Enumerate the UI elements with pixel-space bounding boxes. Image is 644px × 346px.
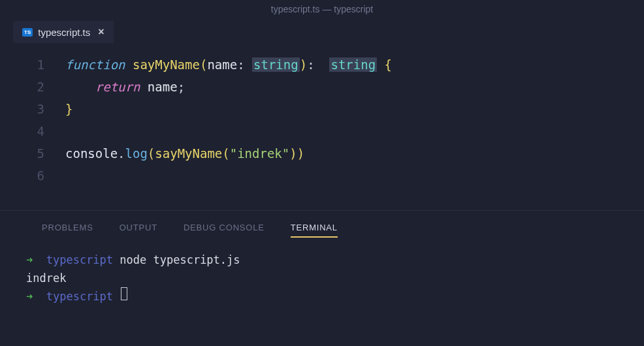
- line-number: 3: [0, 98, 65, 120]
- code-content: }: [65, 98, 72, 120]
- code-line-2: 2 return name;: [0, 76, 644, 98]
- code-content: return name;: [65, 76, 185, 98]
- terminal-line: ➜ typescript: [26, 287, 618, 306]
- panel-tabs: PROBLEMS OUTPUT DEBUG CONSOLE TERMINAL: [13, 211, 631, 244]
- line-number: 6: [0, 165, 65, 187]
- terminal[interactable]: ➜ typescript node typescript.js indrek ➜…: [13, 244, 631, 312]
- cursor-icon: [121, 287, 127, 300]
- line-number: 1: [0, 54, 65, 76]
- code-editor[interactable]: 1 function sayMyName(name: string): stri…: [0, 43, 644, 197]
- terminal-command: node typescript.js: [113, 251, 240, 269]
- tab-debug-console[interactable]: DEBUG CONSOLE: [184, 223, 265, 238]
- close-icon[interactable]: ×: [98, 26, 104, 38]
- prompt-arrow-icon: ➜: [26, 287, 46, 306]
- tab-problems[interactable]: PROBLEMS: [42, 223, 93, 238]
- prompt-dir: typescript: [46, 287, 113, 306]
- terminal-line: indrek: [26, 269, 618, 287]
- window-title: typescript.ts — typescript: [271, 4, 373, 14]
- line-number: 2: [0, 76, 65, 98]
- tab-output[interactable]: OUTPUT: [120, 223, 157, 238]
- terminal-line: ➜ typescript node typescript.js: [26, 251, 618, 269]
- terminal-output: indrek: [26, 269, 66, 287]
- line-number: 4: [0, 120, 65, 142]
- code-line-4: 4: [0, 120, 644, 142]
- title-bar: typescript.ts — typescript: [0, 0, 644, 18]
- code-content: console.log(sayMyName("indrek")): [65, 142, 304, 165]
- tab-bar: TS typescript.ts ×: [0, 18, 644, 43]
- tab-label: typescript.ts: [38, 27, 90, 38]
- prompt-dir: typescript: [46, 251, 113, 269]
- code-content: function sayMyName(name: string): string…: [65, 54, 392, 76]
- ts-icon: TS: [22, 28, 33, 37]
- prompt-arrow-icon: ➜: [26, 251, 46, 269]
- code-line-6: 6: [0, 165, 644, 187]
- code-line-1: 1 function sayMyName(name: string): stri…: [0, 54, 644, 76]
- code-line-3: 3 }: [0, 98, 644, 120]
- code-line-5: 5 console.log(sayMyName("indrek")): [0, 142, 644, 165]
- tab-typescript[interactable]: TS typescript.ts ×: [13, 21, 114, 43]
- bottom-panel: PROBLEMS OUTPUT DEBUG CONSOLE TERMINAL ➜…: [0, 210, 644, 312]
- tab-terminal[interactable]: TERMINAL: [291, 223, 338, 238]
- line-number: 5: [0, 142, 65, 165]
